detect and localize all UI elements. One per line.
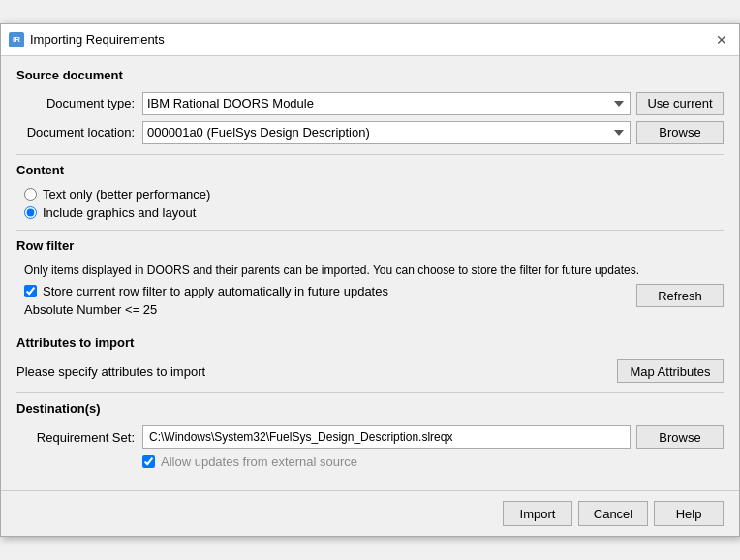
include-graphics-row: Include graphics and layout — [24, 205, 724, 220]
refresh-button[interactable]: Refresh — [636, 284, 724, 307]
divider-1 — [16, 154, 724, 155]
row-filter-header: Row filter — [16, 238, 724, 255]
close-button[interactable]: ✕ — [712, 30, 731, 49]
please-specify-label: Please specify attributes to import — [16, 364, 617, 379]
divider-3 — [16, 327, 724, 327]
allow-updates-checkbox[interactable] — [142, 455, 155, 468]
text-only-row: Text only (better performance) — [24, 187, 724, 202]
divider-2 — [16, 230, 724, 231]
cancel-button[interactable]: Cancel — [578, 501, 648, 526]
source-document-section: Source document Document type: IBM Ratio… — [16, 68, 724, 144]
use-current-button[interactable]: Use current — [636, 92, 724, 115]
store-filter-label: Store current row filter to apply automa… — [43, 284, 388, 298]
source-document-header: Source document — [16, 68, 724, 84]
text-only-label: Text only (better performance) — [43, 187, 210, 202]
divider-4 — [16, 392, 724, 393]
attributes-content: Please specify attributes to import Map … — [16, 359, 724, 383]
filter-value: Absolute Number <= 25 — [24, 302, 627, 317]
store-filter-row: Store current row filter to apply automa… — [24, 284, 627, 298]
include-graphics-radio[interactable] — [24, 206, 37, 219]
attributes-header: Attributes to import — [16, 335, 724, 352]
source-browse-button[interactable]: Browse — [636, 121, 724, 144]
map-attributes-button[interactable]: Map Attributes — [617, 359, 724, 383]
importing-requirements-dialog: IR Importing Requirements ✕ Source docum… — [0, 23, 740, 538]
text-only-radio[interactable] — [24, 188, 37, 201]
document-location-label: Document location: — [16, 125, 142, 140]
content-header: Content — [16, 163, 724, 179]
row-filter-section: Row filter Only items displayed in DOORS… — [16, 238, 724, 318]
document-type-label: Document type: — [16, 96, 142, 110]
dialog-body: Source document Document type: IBM Ratio… — [1, 56, 739, 491]
document-location-combo[interactable]: 000001a0 (FuelSys Design Description) — [142, 121, 631, 144]
attributes-section: Attributes to import Please specify attr… — [16, 335, 724, 383]
dialog-icon: IR — [9, 32, 24, 47]
dialog-title: Importing Requirements — [30, 32, 165, 47]
include-graphics-label: Include graphics and layout — [43, 205, 196, 220]
destinations-header: Destination(s) — [16, 401, 724, 418]
destinations-section: Destination(s) Requirement Set: Browse A… — [16, 401, 724, 469]
document-location-row: Document location: 000001a0 (FuelSys Des… — [16, 121, 724, 144]
title-bar-left: IR Importing Requirements — [9, 32, 165, 47]
document-type-row: Document type: IBM Rational DOORS Module… — [16, 92, 724, 115]
row-filter-info: Only items displayed in DOORS and their … — [24, 263, 724, 279]
refresh-area: Store current row filter to apply automa… — [16, 284, 724, 317]
help-button[interactable]: Help — [654, 501, 724, 526]
store-filter-checkbox[interactable] — [24, 285, 37, 297]
destination-browse-button[interactable]: Browse — [636, 425, 724, 449]
requirement-set-row: Requirement Set: Browse — [16, 425, 724, 449]
refresh-left: Store current row filter to apply automa… — [16, 284, 627, 317]
document-type-combo[interactable]: IBM Rational DOORS Module — [142, 92, 631, 115]
allow-updates-label: Allow updates from external source — [161, 454, 357, 469]
import-button[interactable]: Import — [503, 501, 572, 526]
title-bar: IR Importing Requirements ✕ — [1, 24, 739, 56]
footer-bar: Import Cancel Help — [1, 490, 739, 536]
content-section: Content Text only (better performance) I… — [16, 163, 724, 220]
requirement-set-label: Requirement Set: — [16, 430, 142, 445]
document-location-controls: 000001a0 (FuelSys Design Description) Br… — [142, 121, 724, 144]
requirement-set-controls: Browse — [142, 425, 724, 449]
requirement-set-input[interactable] — [142, 425, 631, 449]
document-type-controls: IBM Rational DOORS Module Use current — [142, 92, 724, 115]
allow-updates-row: Allow updates from external source — [142, 454, 724, 469]
refresh-right: Refresh — [636, 284, 724, 307]
